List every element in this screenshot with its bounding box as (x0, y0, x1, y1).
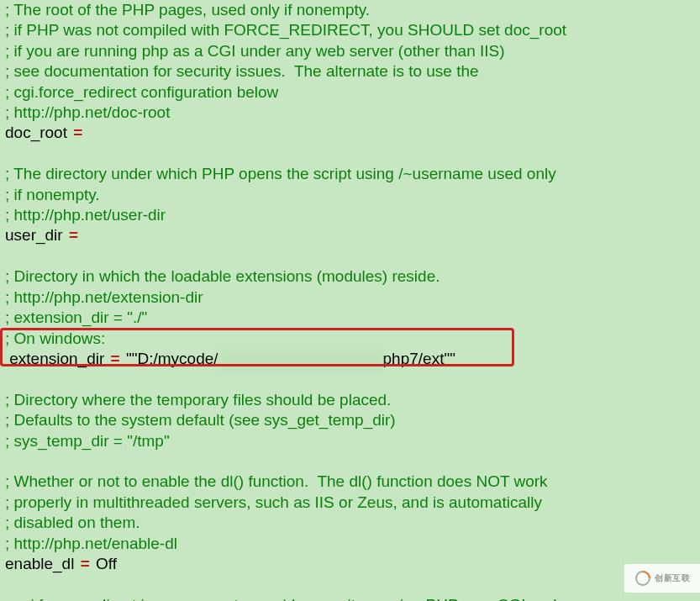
equals-sign: = (71, 124, 84, 141)
comment-line: ; if PHP was not compiled with FORCE_RED… (5, 20, 695, 40)
blank-line (5, 574, 695, 594)
comment-line: ; cgi.force_redirect configuration below (5, 82, 695, 103)
key: doc_root (5, 124, 67, 141)
comment-line: ; http://php.net/enable-dl (5, 534, 695, 554)
directive-doc-root: doc_root = (5, 123, 695, 143)
comment-line: ; cgi.force_redirect is necessary to pro… (5, 595, 695, 601)
comment-line: ; properly in multithreaded servers, suc… (5, 493, 695, 513)
key: user_dir (5, 226, 63, 244)
comment-line: ; The directory under which PHP opens th… (5, 164, 695, 184)
logo-icon (634, 570, 651, 587)
comment-line: ; disabled on them. (5, 513, 695, 533)
equals-sign: = (109, 350, 122, 367)
comment-line: ; http://php.net/extension-dir (5, 287, 695, 308)
blank-line (5, 369, 695, 389)
comment-line: ; if nonempty. (5, 185, 695, 205)
watermark: 创新互联 (624, 564, 700, 593)
value-part-b: php7/ext"" (383, 350, 455, 367)
comment-line: ; see documentation for security issues.… (5, 61, 695, 82)
blank-line (5, 144, 695, 164)
value: Off (96, 555, 117, 572)
comment-line: ; Whether or not to enable the dl() func… (5, 472, 695, 492)
comment-line: ; sys_temp_dir = "/tmp" (5, 431, 695, 451)
blank-line (5, 451, 695, 472)
comment-line: ; The root of the PHP pages, used only i… (5, 0, 695, 20)
comment-line: ; if you are running php as a CGI under … (5, 41, 695, 61)
directive-user-dir: user_dir = (5, 225, 695, 245)
blank-line (5, 246, 695, 266)
key: extension_dir (5, 350, 104, 367)
config-text-block: ; The root of the PHP pages, used only i… (0, 0, 700, 601)
comment-line: ; On windows: (5, 329, 695, 349)
value-part-a: ""D:/mycode/ (126, 350, 218, 367)
equals-sign: = (79, 555, 92, 572)
watermark-text: 创新互联 (655, 568, 690, 588)
comment-line: ; http://php.net/user-dir (5, 205, 695, 225)
comment-line: ; extension_dir = "./" (5, 308, 695, 328)
comment-line: ; Directory where the temporary files sh… (5, 390, 695, 410)
key: enable_dl (5, 555, 74, 572)
comment-line: ; Defaults to the system default (see sy… (5, 410, 695, 430)
equals-sign: = (67, 226, 80, 244)
comment-line: ; Directory in which the loadable extens… (5, 266, 695, 287)
comment-line: ; http://php.net/doc-root (5, 103, 695, 123)
directive-extension-dir: extension_dir = ""D:/mycode/php7/ext"" (5, 349, 695, 369)
directive-enable-dl: enable_dl = Off (5, 554, 695, 574)
redacted-path-segment (220, 349, 382, 369)
